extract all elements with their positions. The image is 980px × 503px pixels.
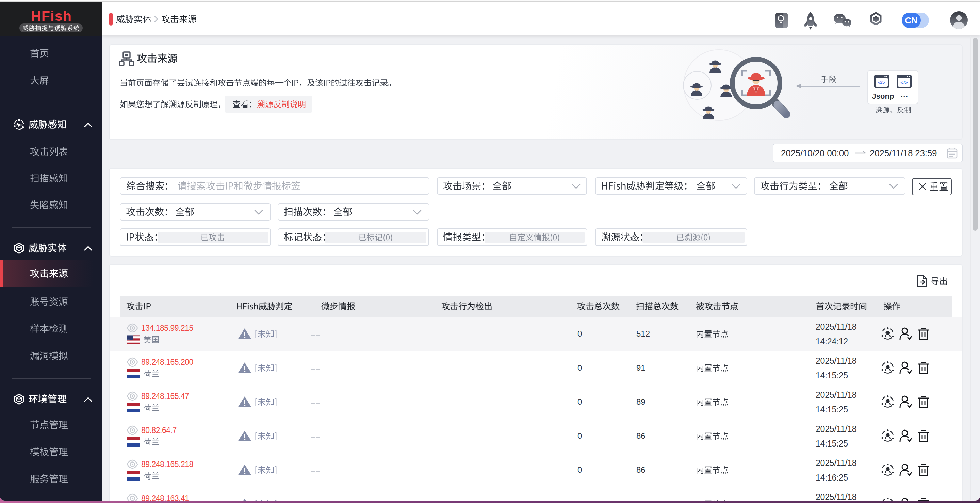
- svg-text:</>: </>: [878, 80, 885, 86]
- svg-text:</>: </>: [900, 80, 908, 86]
